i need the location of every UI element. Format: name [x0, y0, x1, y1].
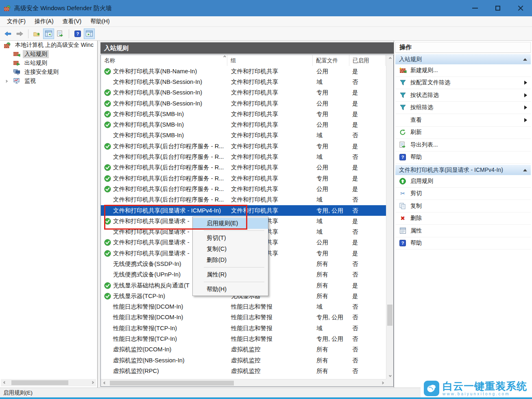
scrollbar-thumb[interactable] [387, 305, 392, 326]
context-menu-item-8[interactable]: 帮助(H) [193, 284, 268, 295]
tree-root[interactable]: 本地计算机 上的高级安全 Winc [0, 41, 97, 50]
column-header-1[interactable]: 组 [227, 55, 313, 66]
rule-row-1[interactable]: 文件和打印机共享(NB-Session-In)文件和打印机共享域否 [101, 77, 386, 87]
rule-name: 无线便携式设备(UPnP-In) [113, 271, 181, 278]
rule-row-0[interactable]: 文件和打印机共享(NB-Name-In)文件和打印机共享公用是 [101, 66, 386, 77]
rule-row-22[interactable]: 性能日志和警报(DCOM-In)性能日志和警报域否 [101, 302, 386, 312]
action-item-1-1[interactable]: ✂剪切 [395, 188, 531, 200]
action-item-0-2[interactable]: 按状态筛选 [395, 89, 531, 102]
forward-button[interactable] [14, 28, 25, 39]
action-item-0-0[interactable]: 新建规则... [395, 64, 531, 77]
console-tree-toggle-button[interactable] [43, 28, 54, 39]
export-list-icon [399, 141, 407, 149]
folder-export-button[interactable] [31, 28, 42, 39]
action-item-label: 新建规则... [410, 67, 438, 74]
context-menu-item-6[interactable]: 属性(R) [193, 269, 268, 280]
rule-enabled: 是 [349, 100, 384, 107]
rule-row-8[interactable]: 文件和打印机共享(后台打印程序服务 - R...文件和打印机共享域否 [101, 151, 386, 162]
action-pane-toggle-button[interactable] [84, 28, 95, 39]
scroll-up-button[interactable] [386, 55, 394, 62]
expander-chevron-icon[interactable] [5, 79, 8, 82]
rule-row-11[interactable]: 文件和打印机共享(后台打印程序服务 - R...文件和打印机共享公用是 [101, 184, 386, 194]
maximize-button[interactable] [486, 0, 509, 16]
minimize-button[interactable] [464, 0, 486, 16]
scrollbar-thumb[interactable] [11, 380, 68, 385]
rule-row-12[interactable]: 文件和打印机共享(后台打印程序服务 - R...文件和打印机共享域否 [101, 195, 386, 205]
scrollbar-thumb[interactable] [110, 381, 234, 386]
action-item-1-2[interactable]: 复制 [395, 200, 531, 213]
rule-name: 文件和打印机共享(NB-Session-In) [113, 89, 202, 96]
collapse-chevron-icon[interactable] [523, 58, 527, 61]
vertical-scrollbar[interactable] [386, 55, 393, 379]
rule-group: 性能日志和警报 [227, 303, 313, 311]
rule-row-3[interactable]: 文件和打印机共享(NB-Session-In)文件和打印机共享公用是 [101, 98, 386, 109]
no-icon [104, 357, 111, 364]
action-item-0-7[interactable]: ?帮助 [395, 151, 531, 164]
menu-item-1[interactable]: 操作(A) [30, 17, 58, 26]
scroll-right-button[interactable] [379, 379, 386, 386]
rule-row-10[interactable]: 文件和打印机共享(后台打印程序服务 - R...文件和打印机共享专用是 [101, 173, 386, 184]
rule-row-24[interactable]: 性能日志和警报(TCP-In)性能日志和警报域否 [101, 323, 386, 333]
menu-item-2[interactable]: 查看(V) [58, 17, 86, 26]
new-rule-icon [399, 67, 407, 74]
svg-text:✂: ✂ [400, 190, 405, 197]
rule-profile: 专用 [313, 250, 349, 257]
rule-row-4[interactable]: 文件和打印机共享(SMB-In)文件和打印机共享专用是 [101, 109, 386, 119]
action-item-0-5[interactable]: 刷新 [395, 127, 531, 139]
rule-name: 文件和打印机共享(SMB-In) [113, 132, 184, 139]
actions-section-header-1[interactable]: 文件和打印机共享(回显请求 - ICMPv4-In) [395, 165, 531, 175]
sidebar-item-3[interactable]: 监视 [0, 77, 97, 86]
rule-enabled: 是 [349, 89, 384, 96]
column-header-0[interactable]: 名称 [101, 55, 227, 66]
context-menu-item-2[interactable]: 剪切(T) [193, 232, 268, 243]
column-header-3[interactable]: 已启用 [349, 55, 386, 66]
rule-row-7[interactable]: 文件和打印机共享(后台打印程序服务 - R...文件和打印机共享专用是 [101, 141, 386, 151]
rule-row-6[interactable]: 文件和打印机共享(SMB-In)文件和打印机共享域否 [101, 130, 386, 141]
rule-profile: 专用 [313, 175, 349, 182]
context-menu-item-4[interactable]: 删除(D) [193, 254, 268, 265]
sidebar-item-1[interactable]: 出站规则 [0, 59, 97, 68]
scroll-left-button[interactable] [1, 379, 8, 386]
rule-name: 文件和打印机共享(SMB-In) [113, 121, 184, 129]
rule-profile: 公用 [313, 100, 349, 107]
tree-horizontal-scrollbar[interactable] [1, 379, 96, 386]
toolbar: ? [0, 27, 532, 41]
actions-section-header-0[interactable]: 入站规则 [395, 54, 531, 64]
scroll-right-button[interactable] [89, 379, 96, 386]
export-list-button[interactable] [55, 28, 66, 39]
action-item-1-4[interactable]: 属性 [395, 225, 531, 237]
action-item-0-6[interactable]: 导出列表... [395, 139, 531, 151]
close-button[interactable] [509, 0, 532, 16]
scroll-left-button[interactable] [101, 379, 108, 386]
rule-profile: 域 [313, 303, 349, 311]
menu-item-3[interactable]: 帮助(H) [86, 17, 114, 26]
rule-name: 文件和打印机共享(回显请求 - [113, 250, 190, 257]
menu-item-0[interactable]: 文件(F) [2, 17, 30, 26]
rule-row-25[interactable]: 性能日志和警报(TCP-In)性能日志和警报专用, 公用否 [101, 333, 386, 344]
rule-row-2[interactable]: 文件和打印机共享(NB-Session-In)文件和打印机共享专用是 [101, 88, 386, 98]
action-item-0-1[interactable]: 按配置文件筛选 [395, 77, 531, 90]
action-item-1-3[interactable]: ✖删除 [395, 213, 531, 225]
action-item-1-5[interactable]: ?帮助 [395, 237, 531, 250]
scroll-down-button[interactable] [386, 372, 394, 379]
horizontal-scrollbar[interactable] [101, 379, 386, 386]
context-menu-item-3[interactable]: 复制(C) [193, 243, 268, 254]
rule-row-9[interactable]: 文件和打印机共享(后台打印程序服务 - R...文件和打印机共享公用是 [101, 162, 386, 173]
rule-row-26[interactable]: 虚拟机监控(DCOM-In)虚拟机监控所有否 [101, 344, 386, 355]
rule-row-5[interactable]: 文件和打印机共享(SMB-In)文件和打印机共享公用是 [101, 119, 386, 130]
rule-profile: 所有 [313, 367, 349, 375]
collapse-chevron-icon[interactable] [523, 169, 527, 171]
action-item-0-4[interactable]: 查看 [395, 114, 531, 127]
watermark: 白云一键重装系统 www.baiyunxitong.com [421, 379, 532, 397]
help-button[interactable]: ? [72, 28, 83, 39]
rule-row-27[interactable]: 虚拟机监控(NB-Session-In)虚拟机监控所有否 [101, 355, 386, 366]
sidebar-item-0[interactable]: 入站规则 [0, 50, 97, 59]
rule-row-23[interactable]: 性能日志和警报(DCOM-In)性能日志和警报专用, 公用否 [101, 312, 386, 323]
back-button[interactable] [2, 28, 13, 39]
rule-row-28[interactable]: 虚拟机监控(RPC)虚拟机监控所有否 [101, 366, 386, 376]
action-item-1-0[interactable]: 启用规则 [395, 175, 531, 188]
action-item-0-3[interactable]: 按组筛选 [395, 102, 531, 114]
column-header-2[interactable]: 配置文件 [313, 55, 349, 66]
sidebar-item-2[interactable]: 连接安全规则 [0, 68, 97, 77]
rule-name: 文件和打印机共享(NB-Session-In) [113, 100, 202, 107]
